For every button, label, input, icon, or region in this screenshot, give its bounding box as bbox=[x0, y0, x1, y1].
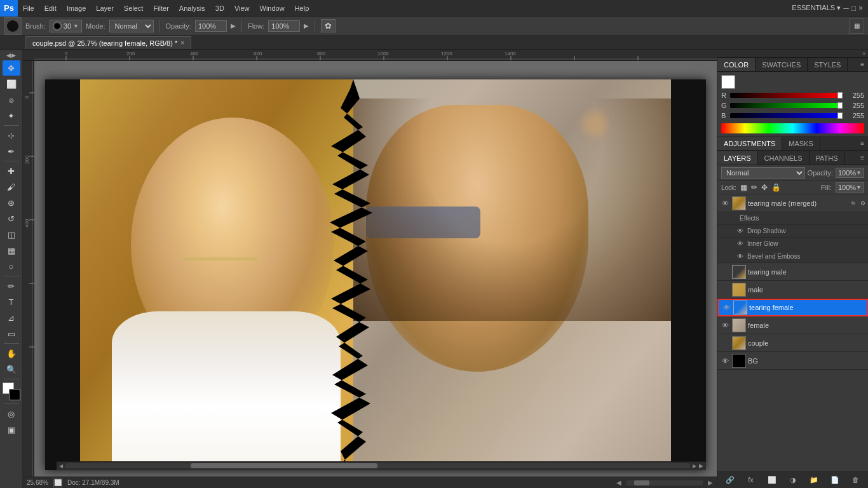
brush-tool[interactable]: 🖌 bbox=[3, 179, 20, 194]
lasso-tool[interactable]: ⌾ bbox=[3, 92, 20, 107]
layer-couple[interactable]: 👁 couple bbox=[717, 334, 868, 352]
opacity-field[interactable]: 100% ▼ bbox=[836, 168, 864, 178]
layer-tearing-male-merged[interactable]: 👁 tearing male (merged) fx ⚙ bbox=[717, 194, 868, 212]
menu-analysis[interactable]: Analysis bbox=[174, 0, 210, 16]
layer-bg[interactable]: 👁 BG bbox=[717, 352, 868, 370]
layer-eye-female[interactable]: 👁 bbox=[720, 320, 730, 330]
layer-eye-tearing-male-merged[interactable]: 👁 bbox=[720, 198, 730, 208]
link-layers-btn[interactable]: 🔗 bbox=[724, 473, 736, 486]
layer-tearing-female[interactable]: 👁 tearing female bbox=[717, 299, 868, 316]
eyedropper-tool[interactable]: ✒ bbox=[3, 144, 20, 159]
active-color-swatch[interactable] bbox=[721, 75, 735, 89]
close-btn[interactable]: × bbox=[858, 4, 863, 13]
r-slider-thumb[interactable] bbox=[837, 92, 843, 98]
b-slider-track[interactable] bbox=[730, 113, 843, 118]
menu-edit[interactable]: Edit bbox=[39, 0, 62, 16]
essentials-label[interactable]: ESSENTIALS ▾ bbox=[792, 4, 841, 12]
tab-swatches[interactable]: SWATCHES bbox=[756, 58, 808, 71]
horizontal-scrollbar[interactable]: ◀ ▶ ▶ bbox=[57, 461, 706, 470]
layers-panel-menu[interactable]: ≡ bbox=[857, 154, 868, 161]
menu-image[interactable]: Image bbox=[62, 0, 92, 16]
quick-select-tool[interactable]: ✦ bbox=[3, 108, 20, 123]
lock-transparent-btn[interactable]: ▦ bbox=[740, 183, 747, 192]
layer-eye-couple[interactable]: 👁 bbox=[720, 338, 730, 348]
layer-eye-tearing-male[interactable]: 👁 bbox=[720, 267, 730, 277]
layer-options-tearing-male-merged[interactable]: ⚙ bbox=[860, 200, 865, 207]
color-panel-menu[interactable]: ≡ bbox=[857, 61, 868, 68]
tab-styles[interactable]: STYLES bbox=[808, 58, 848, 71]
fill-dropdown-icon[interactable]: ▼ bbox=[856, 184, 862, 191]
hand-tool[interactable]: ✋ bbox=[3, 346, 20, 361]
layer-male[interactable]: 👁 male bbox=[717, 281, 868, 299]
scroll-left-btn[interactable]: ◀ bbox=[59, 463, 63, 469]
layer-drop-shadow[interactable]: 👁 Drop Shadow bbox=[717, 225, 868, 238]
tab-masks[interactable]: MASKS bbox=[782, 137, 820, 150]
crop-tool[interactable]: ⊹ bbox=[3, 128, 20, 143]
quick-mask-btn[interactable]: ◎ bbox=[3, 406, 20, 421]
scroll-thumb[interactable] bbox=[191, 463, 378, 468]
menu-layer[interactable]: Layer bbox=[91, 0, 119, 16]
move-tool[interactable]: ✥ bbox=[3, 60, 20, 76]
clone-tool[interactable]: ⊛ bbox=[3, 195, 20, 210]
mode-dropdown[interactable]: Normal bbox=[109, 20, 154, 32]
layer-bevel-emboss[interactable]: 👁 Bevel and Emboss bbox=[717, 250, 868, 263]
screen-mode-btn[interactable]: ▣ bbox=[3, 422, 20, 437]
add-mask-btn[interactable]: ⬜ bbox=[766, 473, 778, 486]
minimize-btn[interactable]: ─ bbox=[843, 4, 849, 13]
scroll-right-btn[interactable]: ▶ bbox=[693, 463, 696, 469]
layer-eye-tearing-female[interactable]: 👁 bbox=[721, 302, 731, 313]
menu-3d[interactable]: 3D bbox=[210, 0, 229, 16]
scroll-bottom-right[interactable]: ▶ bbox=[708, 479, 713, 486]
layer-tearing-male[interactable]: 👁 tearing male bbox=[717, 263, 868, 281]
fill-field[interactable]: 100% ▼ bbox=[836, 182, 864, 193]
path-tool[interactable]: ⊿ bbox=[3, 310, 20, 325]
history-tool[interactable]: ↺ bbox=[3, 211, 20, 226]
opacity-input[interactable] bbox=[195, 20, 227, 32]
color-swatches[interactable] bbox=[3, 383, 20, 400]
brush-picker[interactable]: 30 ▼ bbox=[50, 20, 82, 32]
brush-tool-icon[interactable] bbox=[4, 17, 22, 35]
flow-arrow[interactable]: ▶ bbox=[304, 22, 309, 29]
document-tab[interactable]: couple.psd @ 25.7% (tearing female, RGB/… bbox=[25, 36, 191, 49]
menu-file[interactable]: File bbox=[18, 0, 39, 16]
scroll-bottom-left[interactable]: ◀ bbox=[616, 479, 621, 486]
delete-layer-btn[interactable]: 🗑 bbox=[850, 473, 862, 486]
b-slider-thumb[interactable] bbox=[837, 112, 843, 119]
layer-eye-bg[interactable]: 👁 bbox=[720, 356, 730, 366]
layer-eye-bevel-emboss[interactable]: 👁 bbox=[735, 252, 745, 262]
pen-tool[interactable]: ✏ bbox=[3, 278, 20, 294]
maximize-btn[interactable]: □ bbox=[851, 4, 856, 13]
g-slider-thumb[interactable] bbox=[837, 102, 843, 109]
group-layers-btn[interactable]: 📁 bbox=[808, 473, 820, 486]
healing-tool[interactable]: ✚ bbox=[3, 163, 20, 179]
eraser-tool[interactable]: ◫ bbox=[3, 227, 20, 242]
menu-view[interactable]: View bbox=[229, 0, 255, 16]
marquee-tool[interactable]: ⬜ bbox=[3, 76, 20, 92]
layer-female[interactable]: 👁 female bbox=[717, 316, 868, 334]
menu-window[interactable]: Window bbox=[255, 0, 290, 16]
opacity-arrow[interactable]: ▶ bbox=[231, 22, 236, 29]
airbrush-btn[interactable]: ✿ bbox=[321, 19, 336, 32]
flow-input[interactable] bbox=[268, 20, 300, 32]
status-preview-btn[interactable]: ⬜ bbox=[53, 478, 62, 487]
tab-adjustments[interactable]: ADJUSTMENTS bbox=[717, 137, 782, 150]
lock-image-btn[interactable]: ✏ bbox=[751, 183, 757, 192]
lock-position-btn[interactable]: ✥ bbox=[761, 183, 768, 192]
lock-all-btn[interactable]: 🔒 bbox=[771, 183, 781, 192]
toolbar-collapse-right[interactable]: ▶ bbox=[11, 52, 16, 58]
r-slider-track[interactable] bbox=[730, 93, 843, 98]
brush-dropdown-icon[interactable]: ▼ bbox=[73, 23, 79, 29]
tab-color[interactable]: COLOR bbox=[717, 58, 756, 71]
gradient-tool[interactable]: ▦ bbox=[3, 243, 20, 258]
layer-inner-glow[interactable]: 👁 Inner Glow bbox=[717, 238, 868, 250]
tab-close-btn[interactable]: × bbox=[180, 39, 184, 46]
bottom-scroll-thumb[interactable] bbox=[634, 480, 649, 485]
new-layer-btn[interactable]: 📄 bbox=[829, 473, 841, 486]
zoom-tool[interactable]: 🔍 bbox=[3, 362, 20, 377]
layer-styles-btn[interactable]: fx bbox=[745, 473, 757, 486]
opacity-dropdown-icon[interactable]: ▼ bbox=[856, 170, 862, 176]
tab-channels[interactable]: CHANNELS bbox=[758, 151, 810, 165]
shape-tool[interactable]: ▭ bbox=[3, 326, 20, 341]
color-spectrum-bar[interactable] bbox=[721, 123, 864, 133]
toolbar-collapse-left[interactable]: ◀ bbox=[6, 52, 11, 58]
